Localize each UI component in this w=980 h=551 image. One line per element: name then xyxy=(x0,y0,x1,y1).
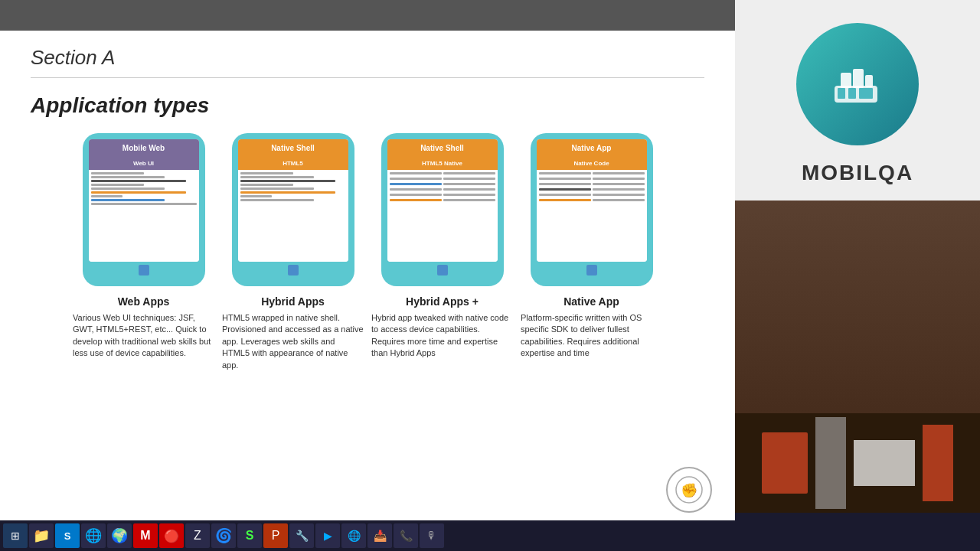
taskbar-red[interactable]: 🔴 xyxy=(159,523,184,548)
top-bar xyxy=(0,0,735,31)
code-line xyxy=(539,172,591,174)
phone-screen-hybrid: Native Shell HTML5 xyxy=(238,139,348,262)
screen-content-web xyxy=(89,170,199,262)
svg-rect-3 xyxy=(853,69,864,88)
taskbar-explorer[interactable]: 📁 xyxy=(29,523,54,548)
code-line xyxy=(443,194,495,196)
code-line xyxy=(593,183,645,185)
taskbar-mic[interactable]: 🎙 xyxy=(420,523,444,548)
code-line xyxy=(91,176,165,178)
code-line xyxy=(240,195,272,197)
code-line xyxy=(539,199,591,201)
taskbar-net[interactable]: 🌐 xyxy=(341,523,366,548)
svg-rect-4 xyxy=(865,75,873,87)
taskbar-c[interactable]: 🌀 xyxy=(211,523,236,548)
sidebar: MOBILQA xyxy=(735,0,980,551)
app-desc-hybrid: HTML5 wrapped in native shell. Provision… xyxy=(222,312,364,371)
code-line xyxy=(240,184,293,186)
taskbar: ⊞ 📁 S 🌐 🌍 M 🔴 Z 🌀 S P 🔧 ▶ 🌐 📥 📞 🎙 xyxy=(0,520,735,551)
app-name-web: Web Apps xyxy=(118,295,170,308)
svg-rect-8 xyxy=(859,88,873,99)
section-title: Section A xyxy=(31,46,704,70)
code-line xyxy=(593,194,645,196)
svg-text:✊: ✊ xyxy=(681,482,698,499)
code-line xyxy=(91,191,186,194)
divider xyxy=(31,77,704,78)
sidebar-presentation-photo xyxy=(735,201,980,551)
code-line xyxy=(91,203,197,205)
code-line xyxy=(91,172,144,174)
phone-hybrid-plus: Native Shell HTML5 Native xyxy=(381,133,504,286)
presentation-area: Section A Application types Mobile Web W… xyxy=(0,0,735,551)
app-name-native: Native App xyxy=(564,295,619,308)
phone-button-hybrid xyxy=(288,265,299,276)
phone-button-web xyxy=(139,265,149,276)
taskbar-ie[interactable]: 🌐 xyxy=(81,523,106,548)
code-line xyxy=(593,188,645,191)
code-line xyxy=(91,184,144,186)
taskbar-chrome[interactable]: 🌍 xyxy=(107,523,132,548)
phone-button-native xyxy=(586,265,597,276)
code-line xyxy=(443,199,495,201)
app-name-hybrid: Hybrid Apps xyxy=(261,295,325,308)
code-line xyxy=(390,188,442,191)
code-line xyxy=(240,172,293,174)
svg-rect-7 xyxy=(848,88,856,99)
app-type-hybrid-plus: Native Shell HTML5 Native xyxy=(371,133,513,536)
logo-circle xyxy=(796,23,919,145)
taskbar-dl[interactable]: 📥 xyxy=(368,523,392,548)
screen-subheader-hybrid-plus: HTML5 Native xyxy=(387,156,498,170)
code-line xyxy=(390,194,442,196)
slide-heading: Application types xyxy=(31,93,704,118)
phone-header-native: Native App xyxy=(537,139,647,156)
app-type-hybrid: Native Shell HTML5 xyxy=(222,133,364,536)
taskbar-play[interactable]: ▶ xyxy=(315,523,340,548)
code-line xyxy=(593,172,645,174)
app-desc-hybrid-plus: Hybrid app tweaked with native code to a… xyxy=(371,312,513,360)
taskbar-m[interactable]: M xyxy=(133,523,158,548)
code-line xyxy=(539,194,591,196)
app-desc-web: Various Web UI techniques: JSF, GWT, HTM… xyxy=(73,312,214,360)
code-line xyxy=(443,188,495,191)
taskbar-pp[interactable]: P xyxy=(263,523,288,548)
code-line xyxy=(443,172,495,174)
code-line xyxy=(240,180,335,182)
screen-content-native xyxy=(537,170,647,262)
screen-content-hybrid xyxy=(238,170,348,262)
screen-subheader-web: Web UI xyxy=(89,156,199,170)
phone-screen-hybrid-plus: Native Shell HTML5 Native xyxy=(387,139,498,262)
code-line xyxy=(91,199,165,201)
code-line xyxy=(593,199,645,201)
taskbar-tools[interactable]: 🔧 xyxy=(289,523,314,548)
code-line xyxy=(539,188,591,191)
code-line xyxy=(240,191,335,194)
code-line xyxy=(593,178,645,180)
code-line xyxy=(240,176,315,178)
code-line xyxy=(539,178,591,180)
svg-rect-6 xyxy=(838,88,845,99)
app-name-hybrid-plus: Hybrid Apps + xyxy=(406,295,479,308)
taskbar-start[interactable]: ⊞ xyxy=(3,523,28,548)
slide-content: Section A Application types Mobile Web W… xyxy=(0,31,735,551)
phone-native: Native App Native Code xyxy=(531,133,653,286)
app-type-native: Native App Native Code xyxy=(521,133,662,536)
code-line xyxy=(91,180,186,182)
screen-subheader-hybrid: HTML5 xyxy=(238,156,348,170)
code-line xyxy=(91,195,122,197)
taskbar-s2[interactable]: S xyxy=(237,523,262,548)
taskbar-z[interactable]: Z xyxy=(185,523,210,548)
phone-web: Mobile Web Web UI xyxy=(83,133,205,286)
code-line xyxy=(539,183,591,185)
mobilqa-logo-icon xyxy=(819,46,896,122)
code-line xyxy=(443,183,495,185)
taskbar-skype[interactable]: S xyxy=(55,523,80,548)
code-line xyxy=(390,178,442,180)
code-line xyxy=(91,187,165,190)
app-types-container: Mobile Web Web UI xyxy=(31,133,704,536)
phone-header-web: Mobile Web xyxy=(89,139,199,156)
code-line xyxy=(240,199,315,201)
code-line xyxy=(443,178,495,180)
taskbar-phone[interactable]: 📞 xyxy=(394,523,418,548)
logo-area: MOBILQA xyxy=(796,0,919,185)
watermark-icon: ✊ xyxy=(666,467,712,513)
